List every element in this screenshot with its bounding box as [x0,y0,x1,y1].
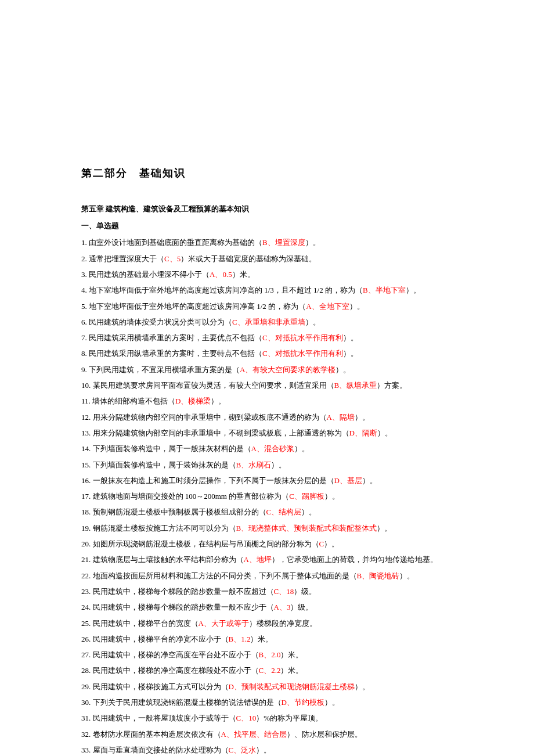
question-item: 20. 如图所示现浇钢筋混凝土楼板，在结构层与吊顶棚之间的部分称为（C）。 [81,536,453,552]
question-answer: D、基层 [334,476,362,485]
question-number: 8. [81,349,87,358]
question-pre: 民用建筑采用横墙承重的方案时，主要优点不包括（ [89,333,262,342]
question-post: ）米。 [280,650,303,659]
question-item: 16. 一般抹灰在构造上和施工时须分层操作，下列不属于一般抹灰分层的是（D、基层… [81,473,453,488]
question-answer: C、对抵抗水平作用有利 [262,333,343,342]
question-item: 8. 民用建筑采用纵墙承重的方案时，主要特点不包括（C、对抵抗水平作用有利）。 [81,345,453,361]
question-number: 19. [81,524,91,532]
question-pre: 下列关于民用建筑现浇钢筋混凝土楼梯的说法错误的是（ [93,698,282,707]
question-post: ）。 [271,460,286,469]
part-title-a: 第二部分 [81,167,128,179]
question-pre: 预制钢筋混凝土楼板中预制板属于楼板组成部分的（ [93,507,266,516]
question-post: ）。 [406,286,421,294]
question-answer: C、结构层 [266,507,302,516]
question-number: 13. [81,429,91,437]
question-pre: 用来分隔建筑物内部空间的非承重墙中，砌到梁或板底不通透的称为（ [93,413,327,422]
question-post: ），它承受地面上的荷载，并均匀地传递给地基。 [272,555,438,564]
question-pre: 钢筋混凝土楼板按施工方法不同可以分为（ [93,524,236,532]
question-post: ）。 [305,318,320,326]
question-pre: 建筑物底层与土壤接触的水平结构部分称为（ [93,555,244,564]
question-pre: 民用建筑中，楼梯按施工方式可以分为（ [93,682,229,691]
question-answer: C、18 [274,587,294,596]
question-number: 33. [81,746,91,754]
question-answer: C、2.2 [259,666,281,675]
question-number: 6. [81,318,87,326]
question-answer: A、地坪 [244,555,272,564]
question-item: 17. 建筑物地面与墙面交接处的 100～200mm 的垂直部位称为（C、踢脚板… [81,488,453,504]
question-number: 3. [81,270,87,279]
question-item: 4. 地下室地坪面低于室外地坪的高度超过该房间净高的 1/3，且不超过 1/2 … [81,282,453,298]
question-post: ）。 [324,539,339,548]
question-pre: 民用建筑中，楼梯每个梯段的踏步数量一般不应少于（ [93,603,274,611]
question-number: 21. [81,555,91,564]
question-pre: 地下室地坪面低于室外地坪的高度超过该房间净高的 1/3，且不超过 1/2 的，称… [89,286,363,294]
question-item: 18. 预制钢筋混凝土楼板中预制板属于楼板组成部分的（C、结构层）。 [81,504,453,520]
question-post: ）。 [377,429,392,437]
question-post: ）。 [349,302,365,311]
question-pre: 一般抹灰在构造上和施工时须分层操作，下列不属于一般抹灰分层的是（ [93,476,334,485]
question-item: 12. 用来分隔建筑物内部空间的非承重墙中，砌到梁或板底不通透的称为（A、隔墙）… [81,409,453,425]
question-answer: B、半地下室 [363,286,406,294]
question-post: ）。 [211,397,226,405]
question-answer: C、10 [236,714,257,722]
question-answer: B、现浇整体式、预制装配式和装配整体式 [236,524,377,532]
question-pre: 某民用建筑要求房间平面布置较为灵活，有较大空间要求，则适宜采用（ [93,381,334,390]
question-item: 30. 下列关于民用建筑现浇钢筋混凝土楼梯的说法错误的是（D、节约模板）。 [81,694,453,710]
question-pre: 民用建筑中，楼梯的净空高度在梯段处不应小于（ [93,666,259,675]
question-answer: A、0.5 [210,270,232,279]
question-number: 24. [81,603,91,611]
question-post: ）。 [305,238,320,247]
question-pre: 如图所示现浇钢筋混凝土楼板，在结构层与吊顶棚之间的部分称为（ [93,539,319,548]
question-item: 3. 民用建筑的基础最小埋深不得小于（A、0.5）米。 [81,267,453,282]
question-pre: 通常把埋置深度大于（ [89,254,164,263]
question-item: 6. 民用建筑的墙体按受力状况分类可以分为（C、承重墙和非承重墙）。 [81,314,453,330]
question-number: 4. [81,286,87,294]
question-answer: D、楼梯梁 [175,397,211,405]
question-post: ）米。 [232,270,255,279]
question-number: 14. [81,444,91,453]
question-item: 26. 民用建筑中，楼梯平台的净宽不应小于（B、1.2）米。 [81,631,453,647]
question-post: ）。 [324,492,340,501]
question-item: 2. 通常把埋置深度大于（C、5）米或大于基础宽度的基础称为深基础。 [81,251,453,267]
question-number: 18. [81,507,91,516]
question-number: 11. [81,397,91,405]
question-pre: 屋面与垂直墙面交接处的防水处理称为（ [93,746,229,754]
question-pre: 下列墙面装修构造中，属于一般抹灰材料的是（ [93,444,251,453]
question-post: ）。 [343,333,358,342]
question-post: ）、防水层和保护层。 [287,730,362,739]
question-pre: 下列民用建筑，不宜采用横墙承重方案的是（ [89,365,240,374]
question-answer: A、大于或等于 [199,619,249,628]
question-answer: B、陶瓷地砖 [357,571,400,580]
question-pre: 民用建筑中，楼梯平台的净宽不应小于（ [93,635,229,643]
question-item: 24. 民用建筑中，楼梯每个梯段的踏步数量一般不应少于（A、3）级。 [81,599,453,615]
question-number: 22. [81,571,91,580]
question-item: 15. 下列墙面装修构造中，属于装饰抹灰的是（B、水刷石）。 [81,457,453,473]
question-answer: A、隔墙 [327,413,355,422]
question-post: ）。 [335,365,351,374]
question-number: 15. [81,460,91,469]
question-number: 2. [81,254,87,263]
question-post: ）。 [377,524,392,532]
question-answer: A、有较大空间要求的教学楼 [240,365,335,374]
question-pre: 民用建筑中，楼梯的净空高度在平台处不应小于（ [93,650,259,659]
question-answer: B、埋置深度 [262,238,305,247]
question-answer: A、找平层、结合层 [221,730,287,739]
question-post: ）。 [355,413,370,422]
question-item: 33. 屋面与垂直墙面交接处的防水处理称为（C、泛水）。 [81,742,453,756]
question-post: ）级。 [294,587,316,596]
question-pre: 民用建筑的墙体按受力状况分类可以分为（ [89,318,232,326]
question-pre: 卷材防水屋面的基本构造层次依次有（ [93,730,221,739]
section-title: 一、单选题 [81,218,453,233]
question-post: ）楼梯段的净宽度。 [249,619,317,628]
question-item: 32. 卷材防水屋面的基本构造层次依次有（A、找平层、结合层）、防水层和保护层。 [81,726,453,742]
question-number: 5. [81,302,87,311]
question-answer: C、踢脚板 [289,492,324,501]
question-item: 13. 用来分隔建筑物内部空间的非承重墙中，不砌到梁或板底，上部通透的称为（D、… [81,425,453,441]
question-pre: 地面构造按面层所用材料和施工方法的不同分类，下列不属于整体式地面的是（ [93,571,357,580]
question-post: ）方案。 [377,381,407,390]
question-answer: D、隔断 [349,429,377,437]
question-item: 23. 民用建筑中，楼梯每个梯段的踏步数量一般不应超过（C、18）级。 [81,584,453,599]
question-item: 9. 下列民用建筑，不宜采用横墙承重方案的是（A、有较大空间要求的教学楼）。 [81,362,453,377]
question-post: ）米或大于基础宽度的基础称为深基础。 [181,254,316,263]
question-answer: B、2.0 [259,650,281,659]
